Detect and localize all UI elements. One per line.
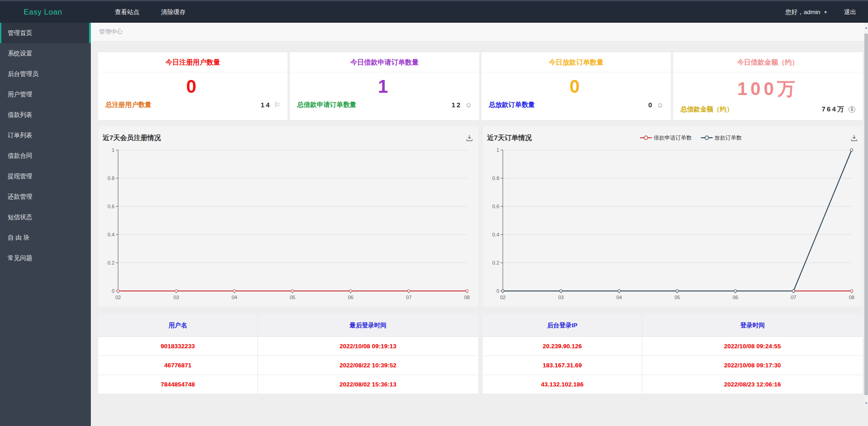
smiley-icon: ☺ xyxy=(657,101,664,108)
stat-card: 今日放款订单数量0总放款订单数量0☺ xyxy=(481,52,671,120)
svg-text:0: 0 xyxy=(496,288,499,294)
table-row: 183.167.31.692022/10/08 09:17:30 xyxy=(483,356,863,375)
brand-logo[interactable]: Easy Loan xyxy=(24,8,62,17)
sidebar-item[interactable]: 常见问题 xyxy=(0,248,91,268)
stat-card-footer-total: 764万$ xyxy=(822,105,855,114)
stat-card-value: 0 xyxy=(98,72,288,97)
stat-card-footer-label: 总放款订单数量 xyxy=(489,100,535,109)
svg-text:0.4: 0.4 xyxy=(492,232,499,237)
content-area: 今日注册用户数量0总注册用户数量14⚐今日借款申请订单数量1总借款申请订单数量1… xyxy=(91,41,864,394)
stat-card-footer: 总注册用户数量14⚐ xyxy=(98,97,288,115)
legend-line-marker-icon xyxy=(640,135,652,140)
caret-down-icon: ▼ xyxy=(823,10,828,15)
main-content: 管理中心 今日注册用户数量0总注册用户数量14⚐今日借款申请订单数量1总借款申请… xyxy=(91,23,864,426)
svg-text:02: 02 xyxy=(500,295,505,300)
stat-card-footer-total: 0☺ xyxy=(648,101,664,109)
sidebar-item[interactable]: 借款合同 xyxy=(0,145,91,166)
stat-card-footer-value: 0 xyxy=(648,101,653,109)
stat-card-footer-value: 14 xyxy=(261,101,271,109)
svg-text:08: 08 xyxy=(848,295,854,300)
flag-icon: ⚐ xyxy=(274,101,280,108)
svg-text:04: 04 xyxy=(616,295,621,300)
smiley-icon: ☺ xyxy=(465,101,472,108)
vertical-scrollbar[interactable]: ▲ ▼ xyxy=(864,23,868,407)
download-icon[interactable] xyxy=(850,134,858,142)
svg-text:1: 1 xyxy=(112,147,114,153)
stat-card-value: 0 xyxy=(481,72,671,97)
table-cell: 2022/08/22 10:39:52 xyxy=(258,356,478,375)
nav-item-view-site[interactable]: 查看站点 xyxy=(104,1,150,23)
user-dropdown[interactable]: 您好，admin ▼ xyxy=(785,8,828,16)
login-ip-table: 后台登录IP登录时间20.239.90.1262022/10/08 09:24:… xyxy=(483,315,863,394)
sidebar-item[interactable]: 订单列表 xyxy=(0,125,91,145)
stat-card-footer-total: 14⚐ xyxy=(261,101,280,109)
orders-chart: 00.20.40.60.8102030405060708 xyxy=(487,145,858,302)
breadcrumb-bar: 管理中心 xyxy=(91,23,864,41)
stat-card-footer: 总借款金额（约）764万$ xyxy=(673,101,863,120)
table-row: 90183322332022/10/08 09:19:13 xyxy=(98,336,478,356)
stat-card-footer: 总放款订单数量0☺ xyxy=(481,97,671,115)
table-header-row: 用户名最后登录时间 xyxy=(98,315,478,336)
sidebar-item[interactable]: 后台管理员 xyxy=(0,64,91,84)
sidebar-item[interactable]: 还款管理 xyxy=(0,186,91,207)
table-header-cell: 最后登录时间 xyxy=(258,315,478,336)
stat-card: 今日借款申请订单数量1总借款申请订单数量12☺ xyxy=(290,52,479,120)
registration-chart-panel: 近7天会员注册情况 00.20.40.60.8102030405060708 xyxy=(98,126,478,306)
download-icon[interactable] xyxy=(466,134,474,142)
sidebar-item[interactable]: 管理首页 xyxy=(0,23,91,43)
table-header-cell: 登录时间 xyxy=(642,315,863,336)
stat-card-footer-label: 总借款申请订单数量 xyxy=(297,100,357,109)
user-greeting: 您好，admin xyxy=(785,8,820,16)
legend-item[interactable]: 放款订单数 xyxy=(701,134,742,142)
registration-chart: 00.20.40.60.8102030405060708 xyxy=(103,145,473,302)
table-cell: 2022/08/02 15:36:13 xyxy=(258,375,478,394)
svg-text:02: 02 xyxy=(115,295,121,300)
orders-chart-panel: 近7天订单情况 借款申请订单数放款订单数 00.20.40.60.8102030… xyxy=(483,126,863,306)
svg-text:0: 0 xyxy=(112,288,114,294)
svg-text:1: 1 xyxy=(496,147,499,153)
sidebar-item[interactable]: 短信状态 xyxy=(0,207,91,227)
navbar-right: 您好，admin ▼ 退出 xyxy=(785,8,856,16)
orders-chart-header: 近7天订单情况 借款申请订单数放款订单数 xyxy=(487,130,858,145)
stat-card: 今日借款金额（约）100万总借款金额（约）764万$ xyxy=(673,52,863,120)
scroll-up-icon[interactable]: ▲ xyxy=(864,26,868,29)
sidebar-item[interactable]: 系统设置 xyxy=(0,43,91,64)
breadcrumb: 管理中心 xyxy=(99,28,123,36)
table-cell: 2022/10/08 09:19:13 xyxy=(258,336,478,356)
svg-text:03: 03 xyxy=(558,295,563,300)
logout-button[interactable]: 退出 xyxy=(844,8,856,16)
stat-card-footer-label: 总借款金额（约） xyxy=(680,105,733,114)
orders-chart-title: 近7天订单情况 xyxy=(487,134,532,142)
svg-text:05: 05 xyxy=(674,295,680,300)
table-cell: 2022/10/08 09:17:30 xyxy=(642,356,863,375)
stat-card-value: 100万 xyxy=(673,72,863,101)
registration-chart-title: 近7天会员注册情况 xyxy=(103,134,161,142)
stat-card-title: 今日借款金额（约） xyxy=(673,52,863,72)
table-cell: 43.132.102.186 xyxy=(483,375,642,394)
sidebar-item[interactable]: 借款列表 xyxy=(0,105,91,125)
svg-text:04: 04 xyxy=(232,295,237,300)
legend-label: 放款订单数 xyxy=(714,134,742,142)
svg-text:03: 03 xyxy=(174,295,179,300)
scroll-down-icon[interactable]: ▼ xyxy=(864,402,868,405)
sidebar-item[interactable]: 提现管理 xyxy=(0,166,91,186)
stat-card-title: 今日借款申请订单数量 xyxy=(290,52,479,72)
svg-text:0.8: 0.8 xyxy=(492,175,499,181)
svg-text:0.4: 0.4 xyxy=(108,232,114,237)
nav-item-clear-cache[interactable]: 清除缓存 xyxy=(150,1,197,23)
table-row: 20.239.90.1262022/10/08 09:24:55 xyxy=(483,336,863,356)
scrollbar-thumb[interactable] xyxy=(864,34,868,395)
legend-item[interactable]: 借款申请订单数 xyxy=(640,134,692,142)
charts-row: 近7天会员注册情况 00.20.40.60.8102030405060708 近… xyxy=(98,126,863,306)
table-header-cell: 后台登录IP xyxy=(483,315,642,336)
svg-text:06: 06 xyxy=(732,295,738,300)
table-header-row: 后台登录IP登录时间 xyxy=(483,315,863,336)
sidebar-item[interactable]: 自 由 块 xyxy=(0,227,91,248)
table-cell: 20.239.90.126 xyxy=(483,336,642,356)
svg-text:08: 08 xyxy=(464,295,470,300)
table-cell: 2022/10/08 09:24:55 xyxy=(642,336,863,356)
recent-users-table: 用户名最后登录时间90183322332022/10/08 09:19:1346… xyxy=(98,315,478,394)
legend-label: 借款申请订单数 xyxy=(654,134,692,142)
sidebar-item[interactable]: 用户管理 xyxy=(0,84,91,105)
table-cell: 9018332233 xyxy=(98,336,258,356)
